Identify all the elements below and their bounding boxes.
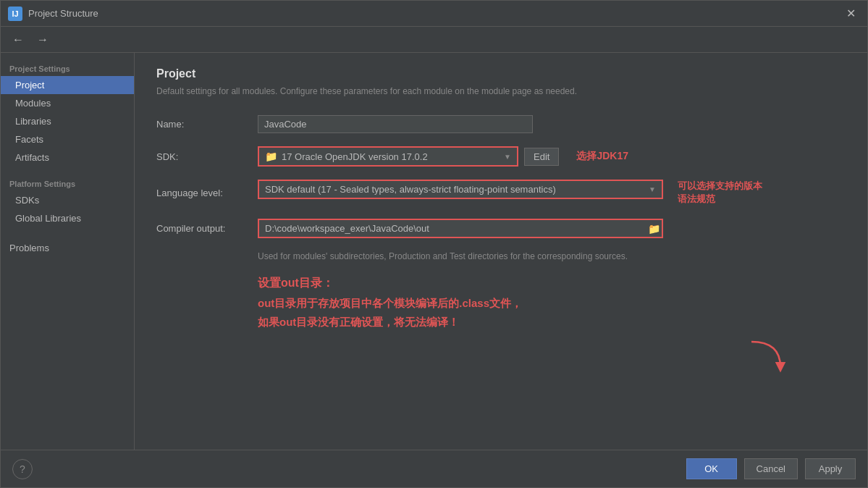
sdk-annotation: 选择JDK17 <box>576 150 628 163</box>
platform-settings-label: Platform Settings <box>1 175 134 191</box>
language-level-row: Language level: SDK default (17 - Sealed… <box>156 180 846 206</box>
lang-dropdown-arrow: ▼ <box>649 185 656 193</box>
sdk-folder-icon: 📁 <box>265 151 277 162</box>
annotation-body: out目录用于存放项目中各个模块编译后的.class文件， 如果out目录没有正… <box>258 294 846 331</box>
title-bar: IJ Project Structure ✕ <box>1 1 867 27</box>
arrow-annotation <box>744 338 788 374</box>
output-field-wrap: 📁 <box>258 219 663 238</box>
sdk-controls: 📁 17 Oracle OpenJDK version 17.0.2 ▼ Edi… <box>258 146 628 167</box>
sidebar-item-libraries[interactable]: Libraries <box>1 112 134 130</box>
language-level-label: Language level: <box>156 188 258 198</box>
sdk-value: 17 Oracle OpenJDK version 17.0.2 <box>282 151 428 162</box>
cancel-button[interactable]: Cancel <box>744 458 798 479</box>
compiler-output-input[interactable] <box>258 219 663 238</box>
arrow-area <box>156 338 846 374</box>
sidebar-item-problems[interactable]: Problems <box>1 239 134 257</box>
footer: ? OK Cancel Apply <box>1 450 867 487</box>
sdk-dropdown-arrow: ▼ <box>504 153 511 161</box>
name-row: Name: <box>156 115 846 133</box>
compiler-output-label: Compiler output: <box>156 223 258 234</box>
footer-buttons: OK Cancel Apply <box>686 458 856 479</box>
output-hint: Used for modules' subdirectories, Produc… <box>258 251 846 261</box>
sdk-label: SDK: <box>156 151 258 162</box>
annotation-block: 设置out目录： out目录用于存放项目中各个模块编译后的.class文件， 如… <box>258 276 846 331</box>
sidebar-item-sdks[interactable]: SDKs <box>1 191 134 209</box>
lang-value: SDK default (17 - Sealed types, always-s… <box>265 184 556 195</box>
sidebar: Project Settings Project Modules Librari… <box>1 53 135 450</box>
help-button[interactable]: ? <box>12 459 33 479</box>
page-description: Default settings for all modules. Config… <box>156 85 846 98</box>
browse-folder-icon[interactable]: 📁 <box>648 223 660 235</box>
lang-annotation: 可以选择支持的版本 语法规范 <box>678 180 762 206</box>
language-level-dropdown[interactable]: SDK default (17 - Sealed types, always-s… <box>258 180 663 199</box>
sidebar-item-global-libraries[interactable]: Global Libraries <box>1 209 134 227</box>
other-section: Problems <box>1 239 134 257</box>
project-structure-dialog: IJ Project Structure ✕ ← → Project Setti… <box>0 0 868 488</box>
sidebar-item-project[interactable]: Project <box>1 76 134 94</box>
sidebar-item-facets[interactable]: Facets <box>1 130 134 148</box>
project-settings-label: Project Settings <box>1 60 134 76</box>
ok-button[interactable]: OK <box>686 458 737 479</box>
page-title: Project <box>156 67 846 80</box>
forward-button[interactable]: → <box>33 32 53 48</box>
sdk-row: SDK: 📁 17 Oracle OpenJDK version 17.0.2 … <box>156 146 846 167</box>
app-icon: IJ <box>8 7 22 21</box>
sidebar-item-artifacts[interactable]: Artifacts <box>1 148 134 167</box>
sidebar-item-modules[interactable]: Modules <box>1 94 134 112</box>
main-content: Project Default settings for all modules… <box>135 53 867 450</box>
edit-sdk-button[interactable]: Edit <box>524 148 559 166</box>
close-button[interactable]: ✕ <box>842 5 860 22</box>
toolbar: ← → <box>1 27 867 53</box>
compiler-output-row: Compiler output: 📁 <box>156 219 846 238</box>
name-label: Name: <box>156 119 258 130</box>
annotation-title: 设置out目录： <box>258 276 846 291</box>
content-area: Project Settings Project Modules Librari… <box>1 53 867 450</box>
sdk-dropdown[interactable]: 📁 17 Oracle OpenJDK version 17.0.2 ▼ <box>258 146 518 167</box>
dialog-title: Project Structure <box>28 8 842 19</box>
back-button[interactable]: ← <box>8 32 28 48</box>
name-input[interactable] <box>258 115 533 133</box>
apply-button[interactable]: Apply <box>805 458 856 479</box>
